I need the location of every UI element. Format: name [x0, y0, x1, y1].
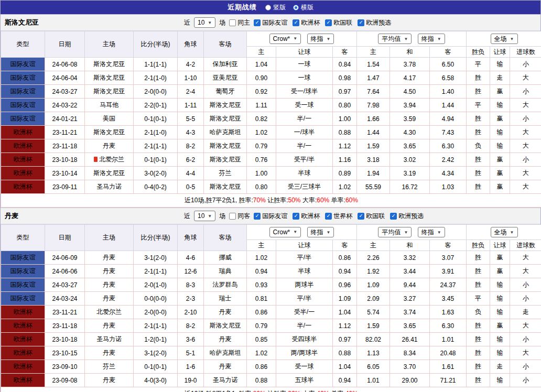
competition-type-badge: 国际友谊 — [1, 112, 45, 126]
competition-label: 国际友谊 — [262, 18, 287, 27]
average-odds-select[interactable]: 平均值▼ — [378, 227, 412, 237]
competition-type-badge: 欧洲杯 — [1, 139, 45, 153]
handicap-stage-value: 终指 — [311, 228, 323, 237]
result-cell: 胜 — [467, 319, 490, 333]
europe-odds-cell: 6.05 — [357, 360, 390, 374]
checkbox-icon — [229, 213, 236, 220]
competition-checkbox[interactable]: 世界杯 — [325, 212, 352, 221]
match-count-select[interactable]: 10▼ — [194, 211, 215, 221]
summary-segment: 单率: — [329, 197, 345, 204]
chevron-down-icon: ▼ — [437, 230, 441, 235]
date-cell: 24-06-08 — [45, 58, 85, 71]
europe-odds-cell: 1.61 — [430, 360, 467, 374]
competition-type-badge: 欧洲杯 — [1, 153, 45, 167]
sub-header-away-odds: 客 — [333, 47, 357, 58]
average-odds-value: 平均值 — [382, 228, 401, 237]
fulltime-select[interactable]: 全场▼ — [491, 227, 518, 237]
away-team-cell: 哈萨克斯坦 — [204, 346, 247, 360]
away-team-cell: 丹麦 — [204, 333, 247, 346]
result-cell: 平 — [467, 292, 490, 306]
competition-checkbox-group: 国际友谊欧洲杯世界杯欧国联欧洲预选 — [254, 212, 424, 221]
checkbox-icon — [293, 19, 299, 26]
match-row: 欧洲杯23-10-14斯洛文尼亚3-0(2-0)4-4芬兰1.00半球0.891… — [1, 167, 541, 180]
competition-checkbox[interactable]: 欧洲杯 — [293, 212, 320, 221]
result-cell: 赢 — [490, 319, 510, 333]
competition-type-badge: 欧洲杯 — [1, 346, 45, 360]
fulltime-select[interactable]: 全场▼ — [491, 34, 518, 44]
filters: 近 10▼ 场 同主 国际友谊欧洲杯欧国联欧洲预选 — [184, 17, 391, 28]
checkbox-icon — [293, 213, 299, 220]
europe-stage-select[interactable]: 终指▼ — [418, 34, 445, 44]
competition-label: 欧洲预选 — [366, 18, 391, 27]
away-team-cell: 斯洛文尼亚 — [204, 180, 247, 194]
match-row: 国际友谊24-06-06丹麦2-1(1-1)12-6瑞典0.94半球0.941.… — [1, 265, 541, 278]
filter-bar: 丹麦 近 10▼ 场 同客 国际友谊欧洲杯世界杯欧国联欧洲预选 — [1, 208, 540, 224]
average-odds-select[interactable]: 平均值▼ — [378, 34, 412, 44]
date-cell: 23-09-08 — [45, 374, 85, 387]
score-cell: 2-1(1-0) — [134, 71, 178, 85]
layout-radio-option[interactable]: 竖版 — [265, 3, 286, 12]
score-cell: 0-1(0-1) — [134, 153, 178, 167]
summary-segment: 50% — [288, 197, 301, 204]
europe-odds-cell: 1.59 — [357, 139, 390, 153]
competition-checkbox[interactable]: 欧国联 — [325, 18, 352, 27]
result-cell: 输 — [490, 58, 510, 71]
home-team-name: 斯洛文尼亚 — [93, 74, 125, 81]
date-cell: 24-03-24 — [45, 292, 85, 306]
bookmaker-select[interactable]: Crow*▼ — [269, 227, 301, 237]
match-row: 国际友谊24-03-27斯洛文尼亚2-0(0-0)2-4葡萄牙0.92受一/球半… — [1, 85, 541, 99]
sub-header-away-win: 客 — [430, 240, 467, 251]
handicap-odds-cell: 1.02 — [247, 126, 276, 139]
handicap-stage-select[interactable]: 终指▼ — [307, 227, 334, 237]
sub-header-away-win: 客 — [430, 47, 467, 58]
handicap-odds-cell: 0.86 — [333, 251, 357, 265]
same-venue-checkbox[interactable]: 同客 — [229, 212, 250, 221]
checkbox-icon — [254, 213, 261, 220]
bookmaker-select[interactable]: Crow*▼ — [269, 34, 301, 44]
europe-odds-cell: 1.01 — [430, 333, 467, 346]
competition-type-badge: 欧洲杯 — [1, 126, 45, 139]
competition-checkbox[interactable]: 欧洲预选 — [390, 212, 424, 221]
competition-checkbox[interactable]: 欧国联 — [358, 212, 385, 221]
home-team-cell: 圣马力诺 — [85, 180, 134, 194]
handicap-odds-cell: 0.88 — [247, 374, 276, 387]
summary-segment: 70% — [253, 197, 266, 204]
handicap-odds-cell: 0.89 — [333, 167, 357, 180]
chevron-down-icon: ▼ — [510, 230, 514, 235]
sub-header-draw: 和 — [390, 47, 430, 58]
layout-radio-selected[interactable]: 横版 — [293, 3, 313, 12]
away-team-cell: 斯洛文尼亚 — [204, 153, 247, 167]
result-cell: 小 — [510, 374, 541, 387]
competition-checkbox[interactable]: 国际友谊 — [254, 18, 287, 27]
summary-segment: 近10场,胜8平1负1, — [185, 390, 239, 392]
match-count-select[interactable]: 10▼ — [194, 17, 215, 28]
europe-odds-cell: 3.45 — [430, 292, 467, 306]
result-cell: 小 — [510, 360, 541, 374]
score-cell: 3-1(2-0) — [134, 251, 178, 265]
match-row: 国际友谊24-01-21美国0-1(0-1)5-5斯洛文尼亚0.82半/一1.0… — [1, 112, 541, 126]
competition-checkbox[interactable]: 欧洲杯 — [293, 18, 320, 27]
result-cell: 输 — [490, 126, 510, 139]
europe-stage-select[interactable]: 终指▼ — [418, 227, 445, 237]
away-team-cell: 斯洛文尼亚 — [204, 139, 247, 153]
handicap-odds-cell: 0.85 — [247, 333, 276, 346]
europe-odds-cell: 1.66 — [357, 112, 390, 126]
europe-odds-cell: 7.43 — [430, 126, 467, 139]
handicap-stage-select[interactable]: 终指▼ — [307, 34, 334, 44]
corners-cell: 8-3 — [178, 278, 204, 292]
sub-header-away-odds: 客 — [333, 240, 357, 251]
page-title: 近期战绩 — [228, 3, 257, 12]
col-header-score: 比分(半场) — [134, 31, 178, 58]
result-cell: 大 — [510, 99, 541, 112]
competition-checkbox[interactable]: 国际友谊 — [254, 212, 287, 221]
away-team-cell: 芬兰 — [204, 167, 247, 180]
score-cell: 2-0(1-0) — [134, 278, 178, 292]
corners-cell: 2-3 — [178, 292, 204, 306]
competition-checkbox[interactable]: 欧洲预选 — [358, 18, 391, 27]
result-cell: 输 — [490, 139, 510, 153]
score-cell: 0-1(0-1) — [134, 360, 178, 374]
home-team-name: 芬兰 — [103, 363, 115, 370]
same-venue-checkbox[interactable]: 同主 — [229, 18, 250, 27]
result-cell: 负 — [467, 306, 490, 319]
home-team-cell: 斯洛文尼亚 — [85, 85, 134, 99]
